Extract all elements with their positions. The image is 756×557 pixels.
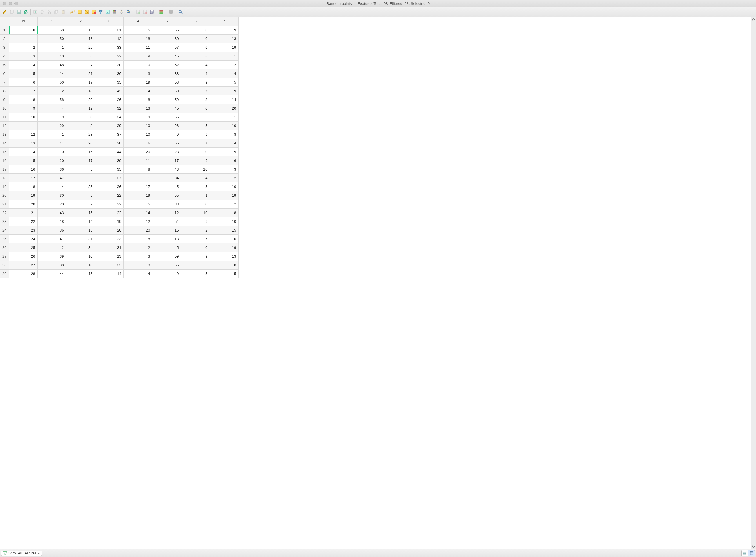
table-cell[interactable]: 34 (66, 243, 95, 252)
table-cell[interactable]: 12 (153, 208, 181, 217)
table-cell[interactable]: 26 (9, 252, 38, 261)
table-cell[interactable]: 27 (9, 261, 38, 269)
table-cell[interactable]: 5 (181, 269, 210, 278)
table-cell[interactable]: 2 (181, 226, 210, 234)
minimize-window-icon[interactable] (9, 2, 12, 5)
table-cell[interactable]: 36 (95, 69, 124, 78)
table-cell[interactable]: 60 (153, 86, 181, 95)
form-view-button[interactable] (741, 550, 748, 556)
table-cell[interactable]: 26 (66, 139, 95, 147)
table-cell[interactable]: 5 (153, 243, 181, 252)
table-cell[interactable]: 17 (66, 156, 95, 165)
table-cell[interactable]: 33 (95, 43, 124, 52)
scroll-up-icon[interactable] (752, 18, 756, 22)
table-cell[interactable]: 35 (66, 182, 95, 191)
table-cell[interactable]: 3 (181, 95, 210, 104)
table-cell[interactable]: 41 (38, 234, 66, 243)
table-cell[interactable]: 3 (210, 165, 239, 174)
row-header[interactable]: 10 (0, 104, 9, 113)
table-cell[interactable]: 14 (38, 69, 66, 78)
table-cell[interactable]: 17 (66, 78, 95, 86)
table-cell[interactable]: 5 (124, 200, 153, 208)
table-cell[interactable]: 50 (38, 34, 66, 43)
table-cell[interactable]: 15 (66, 269, 95, 278)
table-cell[interactable]: 0 (181, 200, 210, 208)
table-cell[interactable]: 10 (210, 217, 239, 226)
table-cell[interactable]: 11 (124, 43, 153, 52)
table-cell[interactable]: 8 (210, 208, 239, 217)
zoom-to-icon[interactable] (125, 9, 132, 15)
table-cell[interactable]: 40 (38, 52, 66, 60)
table-cell[interactable]: 12 (66, 104, 95, 113)
table-cell[interactable]: 45 (153, 104, 181, 113)
table-cell[interactable]: 0 (210, 234, 239, 243)
row-header[interactable]: 25 (0, 234, 9, 243)
row-header[interactable]: 28 (0, 261, 9, 269)
row-header[interactable]: 14 (0, 139, 9, 147)
table-cell[interactable]: 9 (210, 26, 239, 34)
table-cell[interactable]: 58 (38, 26, 66, 34)
table-cell[interactable]: 13 (66, 261, 95, 269)
table-cell[interactable]: 55 (153, 113, 181, 121)
table-cell[interactable]: 9 (181, 130, 210, 139)
table-cell[interactable]: 18 (210, 261, 239, 269)
table-cell[interactable]: 34 (153, 174, 181, 182)
table-cell[interactable]: 19 (95, 217, 124, 226)
table-cell[interactable]: 31 (95, 26, 124, 34)
table-cell[interactable]: 55 (153, 26, 181, 34)
table-view-button[interactable] (748, 550, 755, 556)
refresh-icon[interactable] (23, 9, 29, 15)
table-cell[interactable]: 4 (38, 104, 66, 113)
table-cell[interactable]: 60 (153, 34, 181, 43)
table-cell[interactable]: 31 (66, 234, 95, 243)
column-header[interactable]: 6 (181, 17, 210, 26)
table-cell[interactable]: 20 (9, 200, 38, 208)
table-cell[interactable]: 55 (153, 139, 181, 147)
table-cell[interactable]: 4 (38, 182, 66, 191)
table-cell[interactable]: 36 (38, 226, 66, 234)
table-cell[interactable]: 16 (66, 147, 95, 156)
table-cell[interactable]: 20 (95, 139, 124, 147)
deselect-icon[interactable] (90, 9, 97, 15)
column-header[interactable]: 2 (66, 17, 95, 26)
table-cell[interactable]: 18 (66, 86, 95, 95)
table-cell[interactable]: 11 (9, 121, 38, 130)
table-cell[interactable]: 10 (124, 60, 153, 69)
vertical-scrollbar[interactable] (751, 17, 756, 549)
table-cell[interactable]: 24 (95, 113, 124, 121)
table-cell[interactable]: 24 (9, 234, 38, 243)
table-cell[interactable]: 8 (124, 95, 153, 104)
table-cell[interactable]: 58 (38, 95, 66, 104)
column-header[interactable]: 5 (153, 17, 181, 26)
table-cell[interactable]: 22 (66, 43, 95, 52)
table-cell[interactable]: 19 (210, 191, 239, 200)
row-header[interactable]: 7 (0, 78, 9, 86)
table-cell[interactable]: 35 (95, 78, 124, 86)
scroll-down-icon[interactable] (752, 545, 756, 549)
table-cell[interactable]: 19 (210, 43, 239, 52)
table-cell[interactable]: 3 (124, 261, 153, 269)
table-cell[interactable]: 15 (9, 156, 38, 165)
table-cell[interactable]: 1 (210, 52, 239, 60)
table-cell[interactable]: 18 (9, 182, 38, 191)
table-cell[interactable]: 14 (210, 95, 239, 104)
row-header[interactable]: 19 (0, 182, 9, 191)
table-cell[interactable]: 19 (210, 243, 239, 252)
table-cell[interactable]: 58 (153, 78, 181, 86)
close-window-icon[interactable] (3, 2, 6, 5)
row-header[interactable]: 9 (0, 95, 9, 104)
table-cell[interactable]: 10 (210, 182, 239, 191)
table-cell[interactable]: 9 (181, 78, 210, 86)
table-cell[interactable]: 19 (124, 191, 153, 200)
table-cell[interactable]: 59 (153, 252, 181, 261)
row-header[interactable]: 21 (0, 200, 9, 208)
table-cell[interactable]: 5 (153, 182, 181, 191)
table-cell[interactable]: 19 (124, 113, 153, 121)
row-header[interactable]: 12 (0, 121, 9, 130)
table-cell[interactable]: 22 (95, 52, 124, 60)
table-cell[interactable]: 54 (153, 217, 181, 226)
table-cell[interactable]: 16 (9, 165, 38, 174)
table-cell[interactable]: 9 (181, 156, 210, 165)
table-cell[interactable]: 35 (95, 165, 124, 174)
table-cell[interactable]: 5 (9, 69, 38, 78)
